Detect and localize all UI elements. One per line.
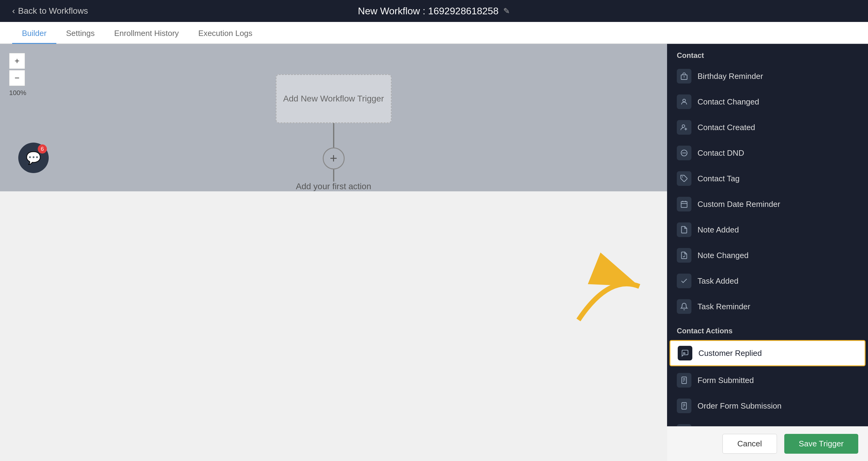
task-reminder-label: Task Reminder bbox=[698, 302, 750, 311]
contact-changed-icon bbox=[677, 94, 691, 109]
cancel-button[interactable]: Cancel bbox=[722, 434, 777, 454]
order-form-submission-icon bbox=[677, 399, 691, 413]
contact-changed-label: Contact Changed bbox=[698, 97, 759, 107]
customer-replied-icon bbox=[678, 346, 692, 361]
chat-badge: 6 bbox=[38, 144, 47, 153]
svg-point-2 bbox=[683, 99, 686, 102]
list-item-task-reminder[interactable]: Task Reminder bbox=[667, 294, 868, 319]
list-item-custom-date-reminder[interactable]: Custom Date Reminder bbox=[667, 191, 868, 217]
section-contact-label: Contact bbox=[667, 44, 868, 63]
list-item-customer-replied[interactable]: Customer Replied bbox=[670, 340, 866, 366]
zoom-level: 100% bbox=[9, 89, 26, 97]
add-action-button[interactable]: + bbox=[323, 147, 345, 169]
list-item-task-added[interactable]: Task Added bbox=[667, 268, 868, 294]
chat-icon: 💬 bbox=[26, 151, 41, 165]
tab-builder[interactable]: Builder bbox=[12, 24, 56, 44]
contact-tag-label: Contact Tag bbox=[698, 174, 740, 183]
task-reminder-icon bbox=[677, 299, 691, 314]
zoom-controls: + − 100% bbox=[9, 53, 26, 97]
form-submitted-label: Form Submitted bbox=[698, 376, 754, 385]
add-first-action-text: Add your first action bbox=[296, 181, 371, 191]
contact-dnd-label: Contact DND bbox=[698, 148, 744, 158]
list-item-contact-dnd[interactable]: Contact DND bbox=[667, 140, 868, 166]
tab-execution-logs[interactable]: Execution Logs bbox=[188, 24, 262, 44]
list-item-form-submitted[interactable]: Form Submitted bbox=[667, 368, 868, 393]
note-added-icon bbox=[677, 223, 691, 237]
tabs-bar: Builder Settings Enrollment History Exec… bbox=[0, 22, 868, 44]
list-item-order-submitted[interactable]: Order Submitted bbox=[667, 419, 868, 426]
svg-point-8 bbox=[682, 176, 683, 177]
contact-created-icon bbox=[677, 120, 691, 135]
chat-bubble-button[interactable]: 💬 6 bbox=[18, 143, 49, 173]
trigger-text: Add New Workflow Trigger bbox=[283, 93, 384, 105]
section-contact-actions-label: Contact Actions bbox=[667, 319, 868, 339]
workflow-trigger-box[interactable]: Add New Workflow Trigger bbox=[276, 74, 392, 123]
note-added-label: Note Added bbox=[698, 225, 739, 235]
list-item-contact-changed[interactable]: Contact Changed bbox=[667, 89, 868, 115]
note-changed-label: Note Changed bbox=[698, 251, 749, 260]
note-changed-icon bbox=[677, 248, 691, 263]
custom-date-reminder-label: Custom Date Reminder bbox=[698, 200, 780, 209]
edit-icon[interactable]: ✎ bbox=[503, 6, 510, 16]
svg-rect-9 bbox=[681, 201, 687, 207]
task-added-icon bbox=[677, 273, 691, 288]
order-submitted-icon bbox=[677, 424, 691, 426]
list-item-contact-tag[interactable]: Contact Tag bbox=[667, 166, 868, 191]
contact-created-label: Contact Created bbox=[698, 123, 755, 132]
title-text: New Workflow : 1692928618258 bbox=[358, 5, 499, 17]
chevron-left-icon: ‹ bbox=[12, 6, 15, 16]
panel-footer: Cancel Save Trigger bbox=[667, 426, 868, 461]
order-form-submission-label: Order Form Submission bbox=[698, 401, 781, 411]
list-item-note-added[interactable]: Note Added bbox=[667, 217, 868, 242]
birthday-reminder-label: Birthday Reminder bbox=[698, 71, 763, 81]
header: ‹ Back to Workflows New Workflow : 16929… bbox=[0, 0, 868, 22]
back-button[interactable]: ‹ Back to Workflows bbox=[12, 6, 88, 16]
back-label: Back to Workflows bbox=[18, 6, 88, 16]
canvas-wrapper: + − 100% Add New Workflow Trigger + Add … bbox=[0, 44, 667, 461]
list-item-contact-created[interactable]: Contact Created bbox=[667, 115, 868, 140]
contact-tag-icon bbox=[677, 171, 691, 186]
svg-point-3 bbox=[682, 125, 685, 127]
canvas: + − 100% Add New Workflow Trigger + Add … bbox=[0, 44, 667, 191]
zoom-out-button[interactable]: − bbox=[9, 70, 25, 86]
workflow-title: New Workflow : 1692928618258 ✎ bbox=[358, 5, 510, 17]
customer-replied-label: Customer Replied bbox=[699, 349, 762, 358]
panel-list: Contact Birthday Reminder Contact Change… bbox=[667, 44, 868, 426]
birthday-reminder-icon bbox=[677, 69, 691, 84]
list-item-note-changed[interactable]: Note Changed bbox=[667, 242, 868, 268]
right-panel: Contact Birthday Reminder Contact Change… bbox=[667, 44, 868, 461]
list-item-order-form-submission[interactable]: Order Form Submission bbox=[667, 393, 868, 419]
plus-icon: + bbox=[330, 151, 337, 166]
zoom-in-button[interactable]: + bbox=[9, 53, 25, 69]
tab-enrollment-history[interactable]: Enrollment History bbox=[104, 24, 188, 44]
list-item-birthday-reminder[interactable]: Birthday Reminder bbox=[667, 63, 868, 89]
task-added-label: Task Added bbox=[698, 276, 738, 286]
form-submitted-icon bbox=[677, 373, 691, 387]
custom-date-reminder-icon bbox=[677, 197, 691, 211]
contact-dnd-icon bbox=[677, 146, 691, 160]
tab-settings[interactable]: Settings bbox=[56, 24, 104, 44]
save-trigger-button[interactable]: Save Trigger bbox=[784, 434, 858, 454]
main-area: + − 100% Add New Workflow Trigger + Add … bbox=[0, 44, 868, 461]
